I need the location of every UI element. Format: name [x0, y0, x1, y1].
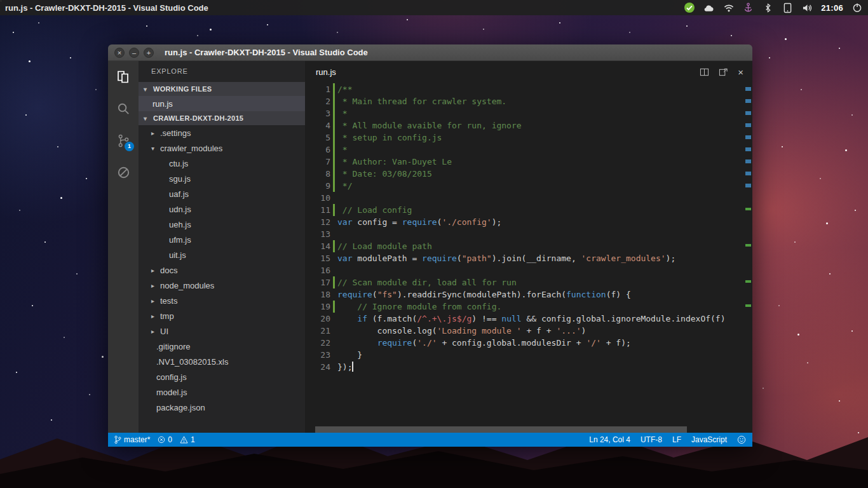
code-line-22[interactable]: 22 require('./' + config.global.modulesD… [305, 337, 752, 349]
feedback-smiley-icon[interactable] [737, 435, 746, 444]
code-editor[interactable]: 1/**2 * Main thread for crawler system.3… [305, 83, 752, 433]
language-mode[interactable]: JavaScript [691, 435, 727, 444]
weather-cloud-icon[interactable] [703, 1, 715, 14]
scrollbar-thumb[interactable] [315, 426, 687, 433]
panel-clock[interactable]: 21:06 [821, 3, 843, 13]
activitybar-git[interactable]: 1 [108, 125, 139, 156]
activitybar-debug[interactable] [108, 156, 139, 188]
error-count[interactable]: 0 [158, 435, 172, 444]
code-line-11[interactable]: 11 // Load config [305, 204, 752, 216]
code-line-21[interactable]: 21 console.log('Loading module ' + f + '… [305, 325, 752, 337]
file-uit.js[interactable]: uit.js [139, 247, 305, 262]
activitybar-search[interactable] [108, 93, 139, 125]
file-ufm.js[interactable]: ufm.js [139, 232, 305, 247]
bluetooth-icon[interactable] [762, 1, 774, 14]
file-model.js[interactable]: model.js [139, 384, 305, 400]
code-line-4[interactable]: 4 * All module avaible for run, ignore [305, 119, 752, 132]
encoding-indicator[interactable]: UTF-8 [641, 435, 662, 444]
ruler-mark [745, 159, 751, 163]
cursor-position[interactable]: Ln 24, Col 4 [589, 435, 630, 444]
file-ctu.js[interactable]: ctu.js [139, 156, 305, 171]
system-tray: 21:06 [683, 1, 868, 14]
power-icon[interactable] [851, 1, 863, 14]
chevron-down-icon: ▾ [144, 86, 150, 93]
code-line-10[interactable]: 10 [305, 192, 752, 204]
code-line-12[interactable]: 12var config = require('./config'); [305, 216, 752, 228]
code-line-3[interactable]: 3 * [305, 107, 752, 119]
file-ueh.js[interactable]: ueh.js [139, 217, 305, 232]
chevron-right-icon: ▸ [151, 297, 158, 304]
warning-count[interactable]: 1 [180, 435, 195, 444]
close-icon[interactable]: × [738, 67, 743, 77]
code-line-8[interactable]: 8 * Date: 03/08/2015 [305, 168, 752, 180]
code-line-18[interactable]: 18require("fs").readdirSync(modulePath).… [305, 288, 752, 301]
file-.gitignore[interactable]: .gitignore [139, 339, 305, 354]
section-working-files[interactable]: ▾ WORKING FILES [139, 82, 305, 96]
code-line-20[interactable]: 20 if (f.match(/^.+\.js$/g) !== null && … [305, 313, 752, 325]
window-minimize-button[interactable]: – [129, 48, 139, 58]
code-line-5[interactable]: 5 * setup in config.js [305, 132, 752, 144]
folder-tests[interactable]: ▸tests [139, 293, 305, 308]
folder-UI[interactable]: ▸UI [139, 323, 305, 339]
folder-node_modules[interactable]: ▸node_modules [139, 278, 305, 293]
code-line-13[interactable]: 13 [305, 228, 752, 240]
code-line-23[interactable]: 23 } [305, 349, 752, 361]
eol-indicator[interactable]: LF [672, 435, 681, 444]
git-branch-status[interactable]: master* [114, 435, 150, 444]
line-number: 4 [305, 119, 330, 132]
code-text: * Date: 03/08/2015 [337, 168, 432, 180]
git-gutter-indicator [333, 168, 335, 180]
open-preview-icon[interactable] [719, 67, 728, 77]
section-project[interactable]: ▾ CRAWLER-DKXT-DH-2015 [139, 111, 305, 125]
overview-ruler[interactable] [743, 83, 752, 433]
line-number: 24 [305, 361, 330, 373]
anchor-indicator-icon[interactable] [742, 1, 754, 14]
folder-crawler_modules[interactable]: ▾crawler_modules [139, 140, 305, 156]
code-line-14[interactable]: 14// Load module path [305, 240, 752, 252]
ruler-mark [745, 184, 751, 187]
code-line-15[interactable]: 15var modulePath = require("path").join(… [305, 252, 752, 264]
chevron-down-icon: ▾ [151, 145, 158, 152]
updates-ok-icon[interactable] [683, 1, 695, 14]
window-titlebar[interactable]: ×–+ run.js - Crawler-DKXT-DH-2015 - Visu… [108, 44, 752, 61]
working-file-run-js[interactable]: run.js [139, 96, 305, 111]
code-line-9[interactable]: 9 */ [305, 180, 752, 192]
code-text: * [337, 144, 348, 156]
split-editor-icon[interactable] [700, 67, 709, 77]
wifi-icon[interactable] [722, 1, 735, 14]
folder-.settings[interactable]: ▸.settings [139, 125, 305, 140]
chevron-right-icon: ▸ [151, 130, 158, 137]
volume-icon[interactable] [801, 1, 813, 14]
tree-item-label: tests [160, 296, 177, 306]
code-line-1[interactable]: 1/** [305, 83, 752, 95]
line-number: 16 [305, 264, 330, 276]
file-config.js[interactable]: config.js [139, 369, 305, 384]
tablet-icon[interactable] [782, 1, 794, 14]
folder-docs[interactable]: ▸docs [139, 262, 305, 278]
code-text: * setup in config.js [337, 132, 442, 144]
file-sgu.js[interactable]: sgu.js [139, 171, 305, 186]
code-line-19[interactable]: 19 // Ignore module from config. [305, 301, 752, 313]
editor-tabbar: run.js × [305, 61, 752, 83]
folder-tmp[interactable]: ▸tmp [139, 308, 305, 323]
git-gutter-indicator [333, 313, 335, 325]
file-udn.js[interactable]: udn.js [139, 201, 305, 217]
code-line-24[interactable]: 24}); [305, 361, 752, 373]
window-maximize-button[interactable]: + [144, 48, 154, 58]
code-line-7[interactable]: 7 * Author: Van-Duyet Le [305, 156, 752, 168]
code-line-17[interactable]: 17// Scan module dir, load all for run [305, 276, 752, 288]
line-number: 12 [305, 216, 330, 228]
file-package.json[interactable]: package.json [139, 400, 305, 415]
code-line-2[interactable]: 2 * Main thread for crawler system. [305, 95, 752, 107]
window-close-button[interactable]: × [114, 48, 125, 58]
horizontal-scrollbar[interactable] [314, 426, 742, 433]
line-number: 19 [305, 301, 330, 313]
activitybar-explorer[interactable] [108, 61, 139, 93]
file-uaf.js[interactable]: uaf.js [139, 186, 305, 201]
line-number: 1 [305, 83, 330, 95]
vscode-window: ×–+ run.js - Crawler-DKXT-DH-2015 - Visu… [108, 44, 752, 447]
code-line-6[interactable]: 6 * [305, 144, 752, 156]
file-.NV1_03082015.xls[interactable]: .NV1_03082015.xls [139, 354, 305, 369]
tab-run-js[interactable]: run.js [316, 67, 336, 77]
code-line-16[interactable]: 16 [305, 264, 752, 276]
